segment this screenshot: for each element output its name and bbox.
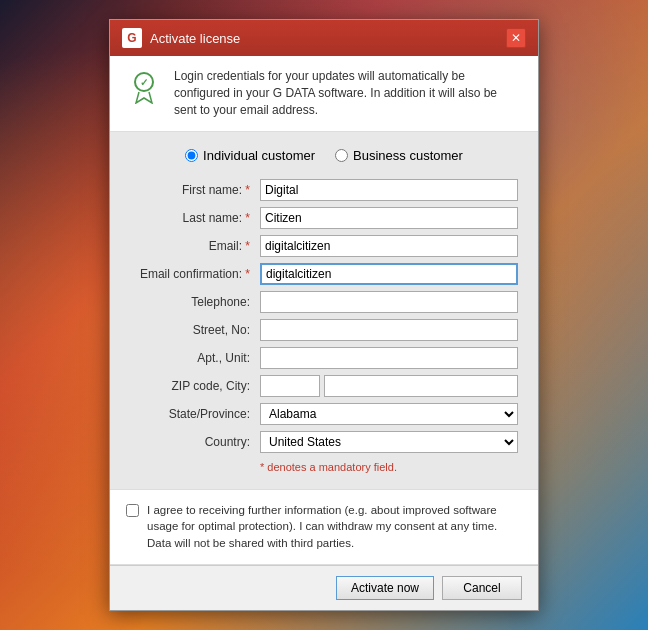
info-bar: ✓ Login credentials for your updates wil…: [110, 56, 538, 131]
apt-label: Apt., Unit:: [130, 351, 260, 365]
street-label: Street, No:: [130, 323, 260, 337]
customer-type-group: Individual customer Business customer: [130, 148, 518, 163]
email-label: Email: *: [130, 239, 260, 253]
last-name-row: Last name: *: [130, 207, 518, 229]
email-confirm-label: Email confirmation: *: [130, 267, 260, 281]
business-radio[interactable]: [335, 149, 348, 162]
info-text: Login credentials for your updates will …: [174, 68, 522, 118]
consent-checkbox[interactable]: [126, 504, 139, 517]
telephone-label: Telephone:: [130, 295, 260, 309]
ribbon-icon: ✓: [126, 68, 162, 104]
email-input[interactable]: [260, 235, 518, 257]
title-bar-left: G Activate license: [122, 28, 240, 48]
country-row: Country: United StatesUnited KingdomGerm…: [130, 431, 518, 453]
individual-customer-option[interactable]: Individual customer: [185, 148, 315, 163]
title-bar: G Activate license ✕: [110, 20, 538, 56]
zip-input[interactable]: [260, 375, 320, 397]
street-row: Street, No:: [130, 319, 518, 341]
activate-license-dialog: G Activate license ✕ ✓ Login credentials…: [109, 19, 539, 610]
state-select[interactable]: AlabamaAlaskaArizonaArkansasCaliforniaCo…: [260, 403, 518, 425]
individual-label: Individual customer: [203, 148, 315, 163]
email-confirm-input[interactable]: [260, 263, 518, 285]
first-name-input[interactable]: [260, 179, 518, 201]
apt-input[interactable]: [260, 347, 518, 369]
email-confirm-row: Email confirmation: *: [130, 263, 518, 285]
first-name-label: First name: *: [130, 183, 260, 197]
email-row: Email: *: [130, 235, 518, 257]
business-customer-option[interactable]: Business customer: [335, 148, 463, 163]
activate-button[interactable]: Activate now: [336, 576, 434, 600]
consent-area: I agree to receiving further information…: [110, 489, 538, 565]
zip-city-row: ZIP code, City:: [130, 375, 518, 397]
country-select[interactable]: United StatesUnited KingdomGermanyFrance…: [260, 431, 518, 453]
telephone-row: Telephone:: [130, 291, 518, 313]
svg-text:✓: ✓: [140, 77, 148, 88]
telephone-input[interactable]: [260, 291, 518, 313]
country-label: Country:: [130, 435, 260, 449]
button-area: Activate now Cancel: [110, 565, 538, 610]
state-label: State/Province:: [130, 407, 260, 421]
state-row: State/Province: AlabamaAlaskaArizonaArka…: [130, 403, 518, 425]
consent-row: I agree to receiving further information…: [126, 502, 522, 552]
apt-row: Apt., Unit:: [130, 347, 518, 369]
mandatory-note: * denotes a mandatory field.: [130, 461, 518, 473]
last-name-input[interactable]: [260, 207, 518, 229]
g-data-logo: G: [122, 28, 142, 48]
dialog-title: Activate license: [150, 31, 240, 46]
close-button[interactable]: ✕: [506, 28, 526, 48]
consent-text: I agree to receiving further information…: [147, 502, 522, 552]
business-label: Business customer: [353, 148, 463, 163]
form-area: Individual customer Business customer Fi…: [110, 132, 538, 489]
cancel-button[interactable]: Cancel: [442, 576, 522, 600]
first-name-row: First name: *: [130, 179, 518, 201]
individual-radio[interactable]: [185, 149, 198, 162]
city-input[interactable]: [324, 375, 518, 397]
zip-label: ZIP code, City:: [130, 379, 260, 393]
last-name-label: Last name: *: [130, 211, 260, 225]
street-input[interactable]: [260, 319, 518, 341]
